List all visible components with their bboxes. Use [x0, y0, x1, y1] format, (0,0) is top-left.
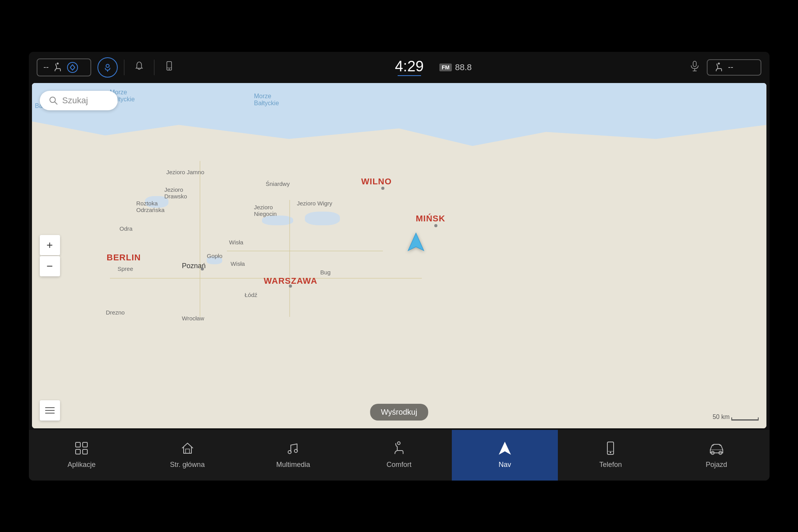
svg-point-24	[610, 452, 611, 453]
map-label-wilno: WILNO	[361, 177, 392, 187]
nav-label-aplikacje: Aplikacje	[67, 461, 96, 469]
map-label-wisla2: Wisła	[231, 260, 245, 267]
map-menu-button[interactable]	[40, 400, 60, 421]
map-label-wisla1: Wisła	[229, 239, 244, 246]
left-widget[interactable]: --	[37, 58, 91, 76]
nav-item-multimedia[interactable]: Multimedia	[240, 430, 346, 481]
lake-wigry	[305, 212, 340, 225]
map-label-jezioro-niegocin: JezioroNiegocin	[254, 204, 277, 217]
road-3	[289, 200, 290, 317]
time-display: 4:29	[395, 59, 424, 74]
right-widget-dashes: --	[728, 63, 733, 72]
brand-logo-icon	[67, 62, 78, 73]
svg-point-1	[67, 62, 78, 72]
svg-point-21	[398, 442, 400, 445]
nav-label-str-glowna: Str. główna	[170, 461, 205, 469]
menu-line-3	[45, 413, 55, 414]
fm-badge: FM	[439, 64, 452, 71]
sea-label-morze2: MorzeBałtyckie	[254, 93, 279, 107]
nav-label-multimedia: Multimedia	[276, 461, 310, 469]
minsk-dot	[434, 224, 437, 227]
left-widget-dashes: --	[44, 63, 49, 72]
radio-display[interactable]: FM 88.8	[439, 62, 472, 72]
apps-icon	[74, 441, 88, 458]
status-bar: --	[29, 52, 770, 83]
nav-label-pojazd: Pojazd	[706, 461, 727, 469]
map-label-wroclaw: Wrocław	[182, 315, 204, 322]
svg-point-12	[50, 97, 55, 103]
map-label-goplo: Gopło	[207, 253, 223, 259]
search-icon	[49, 96, 58, 105]
center-map-button[interactable]: Wyśrodkuj	[370, 404, 428, 421]
notification-bell-button[interactable]	[131, 60, 148, 74]
map-label-jezioro-wigry: Jezioro Wigry	[297, 200, 333, 207]
zoom-in-button[interactable]: +	[40, 235, 60, 255]
map-background: RoztokaOdrzańska JezioroDrawsko Śniardwy…	[32, 83, 766, 428]
seat-icon-right	[714, 62, 724, 72]
search-placeholder: Szukaj	[62, 95, 88, 106]
map-label-minsk: MIŃSK	[416, 214, 446, 224]
nav-item-telefon[interactable]: Telefon	[558, 430, 664, 481]
time-underline	[398, 75, 421, 76]
map-label-roztoka: RoztokaOdrzańska	[136, 200, 165, 213]
road-4	[227, 251, 383, 251]
svg-point-2	[106, 64, 109, 67]
nav-label-comfort: Comfort	[386, 461, 411, 469]
bottom-navigation: Aplikacje Str. główna Multimedia	[29, 430, 770, 481]
nav-item-comfort[interactable]: Comfort	[346, 430, 452, 481]
car-icon	[709, 441, 724, 458]
map-label-drezno: Drezno	[106, 309, 125, 316]
phone-icon	[603, 441, 618, 458]
map-container[interactable]: RoztokaOdrzańska JezioroDrawsko Śniardwy…	[32, 83, 766, 428]
microphone-button[interactable]	[689, 60, 701, 74]
time-display-group: 4:29	[395, 59, 424, 76]
svg-point-5	[168, 69, 170, 70]
voice-icon	[103, 63, 112, 72]
phone-status-icon	[164, 60, 175, 71]
radio-frequency: 88.8	[455, 62, 472, 72]
navigation-icon	[498, 441, 512, 458]
map-label-bug: Bug	[320, 269, 331, 276]
zoom-out-button[interactable]: −	[40, 256, 60, 276]
status-center-group: 4:29 FM 88.8	[395, 59, 472, 76]
divider-1	[124, 60, 124, 75]
map-label-odra: Odra	[120, 225, 133, 232]
map-label-berlin: BERLIN	[107, 253, 141, 263]
right-widget[interactable]: --	[707, 59, 761, 76]
nav-item-nav[interactable]: Nav	[452, 430, 557, 481]
svg-point-0	[57, 62, 58, 64]
status-right: --	[689, 59, 761, 76]
svg-rect-16	[76, 449, 80, 454]
divider-2	[154, 60, 154, 75]
nav-label-telefon: Telefon	[599, 461, 622, 469]
seat-icon-left	[53, 62, 63, 72]
search-bar[interactable]: Szukaj	[40, 91, 118, 110]
menu-line-1	[45, 407, 55, 408]
svg-rect-18	[186, 449, 189, 453]
music-icon	[286, 441, 300, 458]
scale-bar	[731, 419, 759, 421]
svg-rect-17	[83, 449, 87, 454]
voice-assistant-button[interactable]	[97, 57, 118, 78]
map-label-sniardwy: Śniardwy	[266, 180, 290, 187]
car-infotainment-screen: --	[29, 52, 770, 481]
svg-rect-14	[76, 442, 80, 447]
menu-line-2	[45, 410, 55, 411]
warszawa-dot	[289, 285, 292, 288]
baltic-sea	[32, 83, 766, 153]
poznan-dot	[201, 267, 204, 270]
microphone-icon	[689, 60, 701, 72]
nav-label-nav: Nav	[499, 461, 511, 469]
map-label-jezioro-drawsko: JezioroDrawsko	[165, 186, 187, 200]
svg-marker-22	[499, 442, 510, 454]
phone-status-button[interactable]	[161, 60, 178, 74]
status-left: --	[37, 57, 178, 78]
bell-icon	[134, 60, 145, 71]
nav-item-str-glowna[interactable]: Str. główna	[134, 430, 240, 481]
map-label-jezioro-jamno: Jezioro Jamno	[166, 169, 205, 175]
nav-item-aplikacje[interactable]: Aplikacje	[29, 430, 134, 481]
svg-rect-7	[693, 61, 696, 67]
map-label-spree: Spree	[118, 265, 133, 272]
comfort-icon	[392, 441, 406, 458]
nav-item-pojazd[interactable]: Pojazd	[664, 430, 769, 481]
